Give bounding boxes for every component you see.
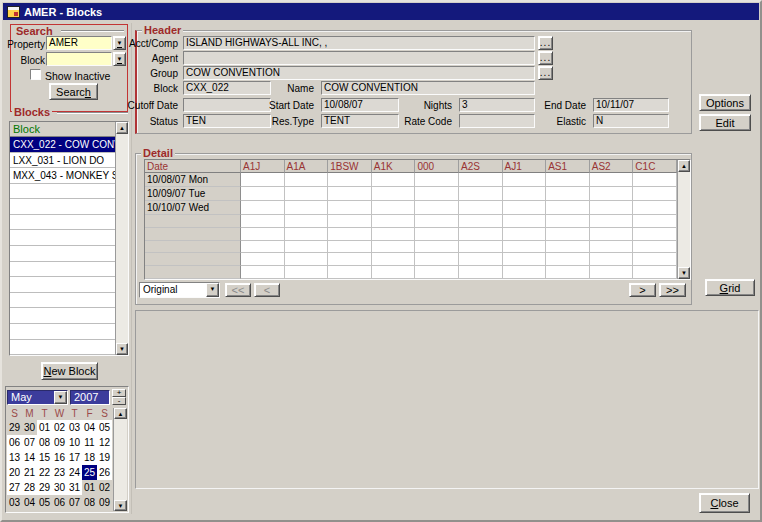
data-cell[interactable] (241, 187, 285, 201)
data-cell[interactable] (503, 201, 547, 215)
detail-scrollbar[interactable]: ▲ ▼ (677, 160, 690, 279)
spin-down-button[interactable]: - (112, 397, 126, 405)
start-date-field[interactable]: 10/08/07 (321, 98, 399, 112)
data-cell[interactable] (503, 187, 547, 201)
calendar-day[interactable]: 06 (52, 495, 67, 510)
scroll-up-button[interactable]: ▲ (114, 408, 127, 419)
property-lov-button[interactable]: ▼ (113, 36, 126, 50)
data-cell[interactable] (241, 201, 285, 215)
data-cell[interactable] (546, 173, 590, 187)
scroll-up-button[interactable]: ▲ (678, 160, 690, 172)
scroll-down-button[interactable]: ▼ (114, 500, 127, 511)
data-cell[interactable] (590, 187, 634, 201)
calendar-day[interactable]: 27 (7, 480, 22, 495)
calendar-day[interactable]: 19 (97, 450, 112, 465)
data-cell[interactable] (546, 215, 590, 228)
data-cell[interactable] (633, 253, 677, 266)
block-input[interactable] (46, 52, 112, 66)
calendar-day[interactable]: 08 (37, 435, 52, 450)
list-item[interactable] (10, 246, 115, 262)
data-cell[interactable] (328, 187, 372, 201)
data-cell[interactable] (241, 266, 285, 279)
new-block-button[interactable]: New Block (41, 362, 98, 380)
calendar-day[interactable]: 01 (82, 480, 97, 495)
data-cell[interactable] (328, 215, 372, 228)
data-cell[interactable] (590, 173, 634, 187)
scroll-up-button[interactable]: ▲ (116, 122, 128, 134)
calendar-day[interactable]: 14 (22, 450, 37, 465)
data-cell[interactable] (503, 228, 547, 241)
data-cell[interactable] (328, 241, 372, 254)
calendar-day[interactable]: 09 (97, 495, 112, 510)
nav-first-button[interactable]: << (225, 283, 251, 297)
calendar-day[interactable]: 28 (22, 480, 37, 495)
data-cell[interactable] (328, 266, 372, 279)
data-cell[interactable] (372, 173, 416, 187)
calendar-day[interactable]: 22 (37, 465, 52, 480)
data-cell[interactable] (590, 228, 634, 241)
list-item[interactable] (10, 293, 115, 309)
agent-lov-button[interactable]: ... (538, 51, 553, 65)
data-cell[interactable] (372, 266, 416, 279)
data-cell[interactable] (328, 228, 372, 241)
data-cell[interactable] (503, 173, 547, 187)
elastic-field[interactable]: N (593, 114, 669, 128)
data-cell[interactable] (546, 241, 590, 254)
data-cell[interactable] (285, 173, 329, 187)
calendar-day[interactable]: 11 (82, 435, 97, 450)
calendar-scrollbar[interactable]: ▲ ▼ (113, 408, 127, 511)
data-cell[interactable] (372, 187, 416, 201)
data-cell[interactable] (241, 215, 285, 228)
data-cell[interactable] (459, 253, 503, 266)
data-cell[interactable] (285, 266, 329, 279)
data-cell[interactable] (503, 241, 547, 254)
data-cell[interactable] (285, 253, 329, 266)
data-cell[interactable] (241, 228, 285, 241)
calendar-day[interactable]: 25 (82, 465, 97, 480)
calendar-day[interactable]: 29 (37, 480, 52, 495)
data-cell[interactable] (415, 266, 459, 279)
data-cell[interactable] (546, 253, 590, 266)
data-cell[interactable] (503, 266, 547, 279)
data-cell[interactable] (546, 201, 590, 215)
calendar-day[interactable]: 13 (7, 450, 22, 465)
view-select[interactable]: Original ▼ (139, 282, 220, 298)
data-cell[interactable] (590, 241, 634, 254)
block-code-field[interactable]: CXX_022 (183, 81, 271, 95)
data-cell[interactable] (328, 173, 372, 187)
data-cell[interactable] (459, 228, 503, 241)
calendar-day[interactable]: 03 (7, 495, 22, 510)
data-cell[interactable] (590, 201, 634, 215)
data-cell[interactable] (503, 253, 547, 266)
calendar-day[interactable]: 06 (7, 435, 22, 450)
list-item[interactable]: CXX_022 - COW CONVEN (10, 137, 115, 153)
calendar-day[interactable]: 01 (37, 420, 52, 435)
data-cell[interactable] (503, 215, 547, 228)
view-select-dropdown-button[interactable]: ▼ (206, 283, 219, 297)
list-item[interactable] (10, 277, 115, 293)
list-item[interactable] (10, 308, 115, 324)
list-item[interactable] (10, 324, 115, 340)
data-cell[interactable] (328, 201, 372, 215)
status-field[interactable]: TEN (183, 114, 271, 128)
calendar-day[interactable]: 21 (22, 465, 37, 480)
calendar-day[interactable]: 07 (67, 495, 82, 510)
data-cell[interactable] (633, 187, 677, 201)
data-cell[interactable] (633, 215, 677, 228)
data-cell[interactable] (241, 173, 285, 187)
group-field[interactable]: COW CONVENTION (183, 66, 535, 80)
show-inactive-checkbox[interactable] (30, 69, 41, 80)
list-item[interactable] (10, 199, 115, 215)
data-cell[interactable] (285, 187, 329, 201)
data-cell[interactable] (633, 266, 677, 279)
data-cell[interactable] (415, 187, 459, 201)
calendar-day[interactable]: 02 (52, 420, 67, 435)
calendar-day[interactable]: 20 (7, 465, 22, 480)
nav-next-button[interactable]: > (629, 283, 656, 297)
calendar-day[interactable]: 24 (67, 465, 82, 480)
calendar-day[interactable]: 16 (52, 450, 67, 465)
acct-comp-lov-button[interactable]: ... (538, 36, 553, 50)
data-cell[interactable] (285, 215, 329, 228)
scroll-down-button[interactable]: ▼ (678, 267, 690, 279)
nights-field[interactable]: 3 (459, 98, 535, 112)
